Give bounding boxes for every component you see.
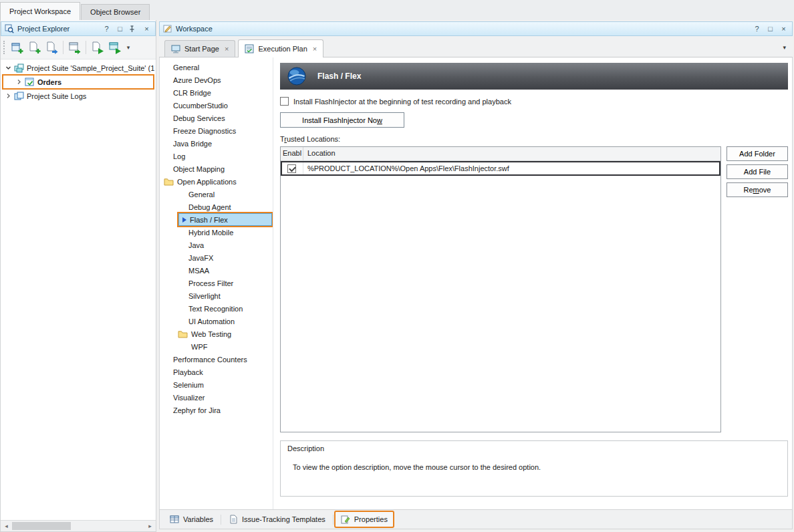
nav-item-visualizer[interactable]: Visualizer	[160, 391, 273, 404]
install-flashinjector-label: Install FlashInjector at the beginning o…	[293, 98, 511, 106]
trusted-locations-zone: Enabl Location %PRODUCT_LOCATION%\Open A…	[280, 146, 788, 432]
app-window: { "glyphs": { "help": "?", "float": "□",…	[0, 0, 794, 532]
close-panel-icon[interactable]: ×	[142, 24, 152, 34]
description-text: To view the option description, move the…	[293, 463, 781, 471]
nav-item-label: General	[188, 190, 215, 198]
add-file-button[interactable]: Add File	[726, 164, 788, 179]
nav-item-java-bridge[interactable]: Java Bridge	[160, 137, 273, 150]
nav-item-playback[interactable]: Playback	[160, 366, 273, 378]
toolbar-dropdown-icon[interactable]: ▾	[124, 44, 133, 51]
tree-item-project-suite[interactable]: Project Suite 'Sample_Project_Suite' (1 …	[1, 61, 156, 74]
chevron-right-icon[interactable]	[5, 93, 11, 99]
tab-close-icon[interactable]: ×	[313, 45, 317, 53]
nav-item-debug-services[interactable]: Debug Services	[160, 112, 273, 124]
install-flashinjector-now-button[interactable]: Install FlashInjector Now	[280, 112, 404, 128]
scroll-right-icon[interactable]: ▸	[144, 521, 156, 531]
toolbar-run-project-button[interactable]	[106, 39, 123, 56]
row-enabled-checkbox[interactable]	[287, 164, 296, 173]
tab-project-workspace[interactable]: Project Workspace	[0, 2, 80, 20]
nav-item-azure-devops[interactable]: Azure DevOps	[160, 74, 273, 86]
tab-variables[interactable]: Variables	[164, 511, 219, 527]
toolbar-add-item-button[interactable]	[26, 39, 43, 56]
nav-item-performance-counters[interactable]: Performance Counters	[160, 353, 273, 366]
column-header-enabled[interactable]: Enabl	[281, 147, 303, 160]
tab-object-browser[interactable]: Object Browser	[81, 4, 150, 20]
horizontal-scrollbar[interactable]: ◂ ▸	[1, 520, 156, 531]
nav-item-selenium[interactable]: Selenium	[160, 378, 273, 391]
trusted-locations-grid[interactable]: Enabl Location %PRODUCT_LOCATION%\Open A…	[280, 146, 721, 432]
nav-item-general[interactable]: General	[160, 61, 273, 74]
tab-overflow-icon[interactable]: ▾	[783, 44, 786, 51]
toolbar-new-item-button[interactable]	[9, 39, 25, 56]
help-icon[interactable]: ?	[102, 24, 112, 34]
toolbar-grip[interactable]	[3, 41, 5, 54]
nav-item-open-apps-general[interactable]: General	[160, 188, 273, 201]
nav-item-javafx[interactable]: JavaFX	[160, 251, 273, 264]
project-explorer-icon	[5, 24, 14, 33]
chevron-right-icon[interactable]	[16, 79, 22, 85]
nav-item-label: Flash / Flex	[190, 216, 228, 224]
close-panel-icon[interactable]: ×	[779, 24, 789, 34]
workspace-panel: Workspace ? □ × Start Page × Execution P…	[159, 20, 794, 532]
nav-item-freeze-diagnostics[interactable]: Freeze Diagnostics	[160, 124, 273, 137]
table-row[interactable]: %PRODUCT_LOCATION%\Open Apps\Flex\FlashI…	[281, 161, 720, 176]
nav-item-log[interactable]: Log	[160, 150, 273, 162]
float-window-icon[interactable]: □	[115, 24, 125, 34]
nav-item-label: CLR Bridge	[173, 89, 211, 97]
tab-close-icon[interactable]: ×	[225, 45, 229, 53]
scroll-left-icon[interactable]: ◂	[1, 521, 12, 531]
nav-item-hybrid-mobile[interactable]: Hybrid Mobile	[160, 226, 273, 239]
workspace-header: Workspace ? □ ×	[159, 21, 793, 36]
nav-item-flash-flex[interactable]: Flash / Flex	[178, 213, 272, 226]
description-title: Description	[287, 444, 781, 452]
toolbar-run-button[interactable]	[89, 39, 106, 56]
remove-button[interactable]: Remove	[726, 182, 788, 197]
nav-item-zephyr-for-jira[interactable]: Zephyr for Jira	[160, 404, 273, 416]
nav-item-label: General	[173, 63, 199, 72]
nav-item-label: Debug Agent	[188, 203, 231, 211]
tab-issue-tracking-templates[interactable]: Issue-Tracking Templates	[223, 511, 332, 527]
toolbar-export-button[interactable]	[43, 39, 60, 56]
tab-properties[interactable]: Properties	[335, 511, 394, 527]
page-banner: Flash / Flex	[280, 63, 788, 90]
nav-item-label: Freeze Diagnostics	[173, 127, 236, 135]
nav-item-web-testing[interactable]: Web Testing	[160, 327, 273, 340]
nav-item-cucumberstudio[interactable]: CucumberStudio	[160, 99, 273, 112]
float-window-icon[interactable]: □	[765, 24, 775, 34]
column-header-location[interactable]: Location	[303, 147, 720, 160]
tab-start-page[interactable]: Start Page ×	[164, 40, 235, 57]
nav-item-process-filter[interactable]: Process Filter	[160, 277, 273, 289]
nav-item-open-applications[interactable]: Open Applications	[160, 175, 273, 188]
tree-item-label: Project Suite Logs	[27, 92, 86, 100]
editor-bottom-tabs: Variables Issue-Tracking Templates Prope…	[159, 509, 793, 529]
nav-item-clr-bridge[interactable]: CLR Bridge	[160, 86, 273, 99]
add-folder-button[interactable]: Add Folder	[726, 146, 788, 161]
options-nav: General Azure DevOps CLR Bridge Cucumber…	[160, 57, 273, 509]
orders-highlight-box: Orders	[2, 74, 154, 90]
page-title: Flash / Flex	[317, 72, 361, 81]
nav-item-ui-automation[interactable]: UI Automation	[160, 315, 273, 327]
scrollbar-thumb[interactable]	[12, 522, 71, 530]
nav-item-msaa[interactable]: MSAA	[160, 264, 273, 277]
folder-icon	[178, 330, 188, 338]
install-flashinjector-checkbox[interactable]	[280, 97, 289, 106]
tab-label: Issue-Tracking Templates	[242, 515, 325, 523]
toolbar-import-button[interactable]	[66, 39, 83, 56]
nav-item-text-recognition[interactable]: Text Recognition	[160, 302, 273, 315]
help-icon[interactable]: ?	[752, 24, 762, 34]
tree-item-project-suite-logs[interactable]: Project Suite Logs	[1, 90, 156, 102]
nav-item-silverlight[interactable]: Silverlight	[160, 289, 273, 302]
tree-item-orders[interactable]: Orders	[3, 76, 153, 88]
grid-header: Enabl Location	[281, 147, 720, 161]
variables-icon	[170, 515, 179, 524]
project-explorer-panel: Project Explorer ? □ ×	[0, 20, 156, 532]
nav-item-wpf[interactable]: WPF	[160, 340, 273, 353]
tab-execution-plan[interactable]: Execution Plan ×	[238, 39, 323, 57]
nav-item-label: Process Filter	[188, 279, 233, 287]
chevron-down-icon[interactable]	[5, 65, 11, 71]
nav-item-debug-agent[interactable]: Debug Agent	[160, 201, 273, 213]
pin-icon[interactable]	[128, 25, 138, 33]
nav-item-java[interactable]: Java	[160, 239, 273, 251]
nav-item-object-mapping[interactable]: Object Mapping	[160, 162, 273, 175]
nav-item-label: Hybrid Mobile	[188, 229, 233, 237]
